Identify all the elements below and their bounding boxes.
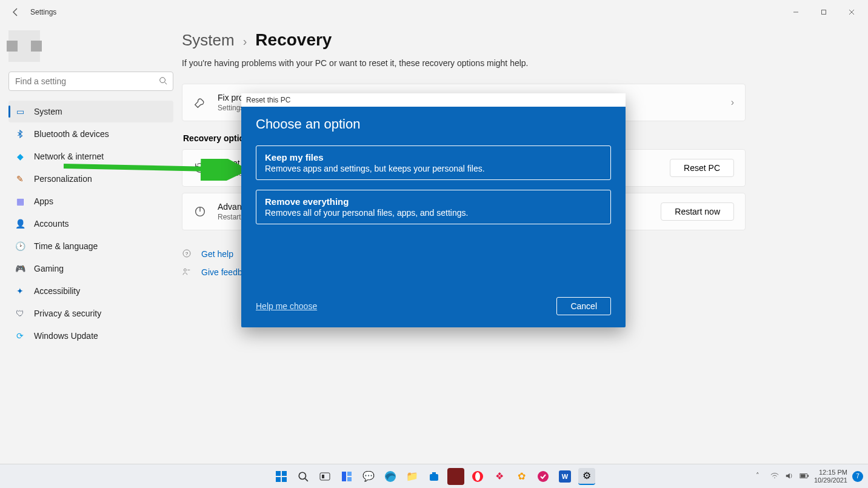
svg-rect-12 bbox=[276, 477, 281, 482]
sidebar-item-accounts[interactable]: 👤 Accounts bbox=[8, 213, 173, 235]
nav-label: Gaming bbox=[34, 264, 64, 273]
clock-icon: 🕑 bbox=[15, 241, 25, 252]
page-title: Recovery bbox=[255, 30, 332, 50]
nav-label: System bbox=[34, 107, 62, 116]
monitor-icon: ▭ bbox=[15, 106, 25, 117]
avatar-icon bbox=[8, 30, 40, 62]
reset-pc-button[interactable]: Reset PC bbox=[670, 159, 734, 177]
close-button[interactable] bbox=[838, 3, 866, 21]
window-title: Settings bbox=[30, 8, 56, 16]
app-icon-2[interactable]: ❖ bbox=[491, 468, 508, 485]
app-icon-3[interactable]: ✿ bbox=[513, 468, 530, 485]
nav-label: Network & internet bbox=[34, 152, 104, 161]
svg-text:?: ? bbox=[185, 251, 189, 256]
taskbar-apps: 💬 📁 ❖ ✿ W ⚙ bbox=[273, 468, 595, 485]
nav-label: Windows Update bbox=[34, 331, 98, 341]
person-icon: 👤 bbox=[15, 218, 25, 229]
clock[interactable]: 12:15 PM 10/29/2021 bbox=[814, 469, 847, 484]
search-icon bbox=[159, 76, 167, 87]
app-icon[interactable] bbox=[447, 468, 464, 485]
svg-rect-11 bbox=[282, 471, 287, 476]
nav-label: Accounts bbox=[34, 219, 69, 229]
option-desc: Removes apps and settings, but keeps you… bbox=[265, 164, 602, 173]
user-profile[interactable] bbox=[8, 32, 173, 61]
system-tray: ˄ 12:15 PM 10/29/2021 7 bbox=[756, 464, 863, 488]
sidebar-item-personalization[interactable]: ✎ Personalization bbox=[8, 168, 173, 190]
svg-line-3 bbox=[165, 82, 167, 85]
paintbrush-icon: ✎ bbox=[15, 173, 25, 184]
nav-label: Apps bbox=[34, 196, 53, 206]
battery-icon[interactable] bbox=[800, 472, 809, 481]
svg-text:W: W bbox=[562, 473, 569, 480]
svg-point-26 bbox=[538, 471, 549, 482]
word-icon[interactable]: W bbox=[556, 468, 573, 485]
app-icon-4[interactable] bbox=[535, 468, 552, 485]
opera-icon[interactable] bbox=[469, 468, 486, 485]
taskbar-search-icon[interactable] bbox=[295, 468, 312, 485]
store-icon[interactable] bbox=[426, 468, 442, 485]
chevron-up-icon[interactable]: ˄ bbox=[756, 472, 766, 481]
nav-label: Time & language bbox=[34, 241, 98, 251]
notification-badge[interactable]: 7 bbox=[852, 471, 863, 482]
option-remove-everything[interactable]: Remove everything Removes all of your pe… bbox=[256, 190, 611, 224]
svg-rect-30 bbox=[807, 475, 809, 477]
svg-rect-16 bbox=[320, 473, 330, 480]
svg-point-2 bbox=[160, 78, 165, 83]
option-keep-files[interactable]: Keep my files Removes apps and settings,… bbox=[256, 145, 611, 180]
update-icon: ⟳ bbox=[15, 330, 25, 341]
svg-line-15 bbox=[305, 478, 308, 481]
svg-rect-31 bbox=[801, 474, 806, 477]
explorer-icon[interactable]: 📁 bbox=[404, 468, 421, 485]
sidebar-item-bluetooth[interactable]: Bluetooth & devices bbox=[8, 123, 173, 145]
option-title: Keep my files bbox=[265, 152, 602, 162]
sidebar-item-network[interactable]: ◆ Network & internet bbox=[8, 145, 173, 167]
dialog-heading: Choose an option bbox=[256, 116, 611, 132]
tray-date: 10/29/2021 bbox=[814, 476, 847, 484]
wifi-tray-icon[interactable] bbox=[770, 472, 780, 481]
sidebar-item-system[interactable]: ▭ System bbox=[8, 101, 173, 122]
svg-rect-13 bbox=[282, 477, 287, 482]
power-icon bbox=[193, 205, 207, 218]
sidebar-item-accessibility[interactable]: ✦ Accessibility bbox=[8, 280, 173, 302]
search-input[interactable] bbox=[8, 72, 173, 91]
breadcrumb-parent[interactable]: System bbox=[182, 31, 235, 50]
sidebar-item-privacy[interactable]: 🛡 Privacy & security bbox=[8, 302, 173, 324]
teams-icon[interactable]: 💬 bbox=[360, 468, 377, 485]
volume-icon[interactable] bbox=[785, 472, 795, 481]
start-button[interactable] bbox=[273, 468, 290, 485]
nav-label: Personalization bbox=[34, 174, 92, 184]
get-help-link[interactable]: Get help bbox=[201, 249, 233, 259]
wrench-icon bbox=[193, 96, 207, 109]
shield-icon: 🛡 bbox=[15, 308, 25, 319]
minimize-button[interactable] bbox=[782, 3, 810, 21]
dialog-titlebar: Reset this PC bbox=[241, 93, 626, 107]
restart-now-button[interactable]: Restart now bbox=[661, 202, 734, 221]
task-view-icon[interactable] bbox=[316, 468, 333, 485]
maximize-button[interactable] bbox=[810, 3, 838, 21]
svg-rect-23 bbox=[432, 472, 436, 475]
sidebar-item-gaming[interactable]: 🎮 Gaming bbox=[8, 258, 173, 279]
feedback-icon bbox=[182, 267, 193, 278]
wifi-icon: ◆ bbox=[15, 151, 25, 162]
svg-rect-18 bbox=[342, 472, 346, 481]
widgets-icon[interactable] bbox=[338, 468, 355, 485]
edge-icon[interactable] bbox=[382, 468, 399, 485]
sidebar-item-apps[interactable]: ▦ Apps bbox=[8, 190, 173, 212]
bluetooth-icon bbox=[15, 129, 25, 139]
reset-pc-dialog: Reset this PC Choose an option Keep my f… bbox=[241, 93, 626, 327]
back-icon[interactable] bbox=[11, 7, 21, 17]
sidebar: ▭ System Bluetooth & devices ◆ Network &… bbox=[0, 24, 182, 464]
help-me-choose-link[interactable]: Help me choose bbox=[256, 301, 317, 311]
help-icon: ? bbox=[182, 249, 193, 259]
apps-icon: ▦ bbox=[15, 196, 25, 207]
sidebar-item-time[interactable]: 🕑 Time & language bbox=[8, 235, 173, 257]
svg-point-8 bbox=[184, 269, 186, 271]
settings-taskbar-icon[interactable]: ⚙ bbox=[578, 468, 595, 485]
breadcrumb: System › Recovery bbox=[182, 30, 849, 50]
sidebar-item-update[interactable]: ⟳ Windows Update bbox=[8, 325, 173, 347]
nav-label: Privacy & security bbox=[34, 309, 101, 318]
tray-time: 12:15 PM bbox=[814, 469, 847, 476]
cancel-button[interactable]: Cancel bbox=[556, 297, 611, 315]
svg-point-14 bbox=[299, 472, 305, 479]
option-title: Remove everything bbox=[265, 196, 602, 207]
